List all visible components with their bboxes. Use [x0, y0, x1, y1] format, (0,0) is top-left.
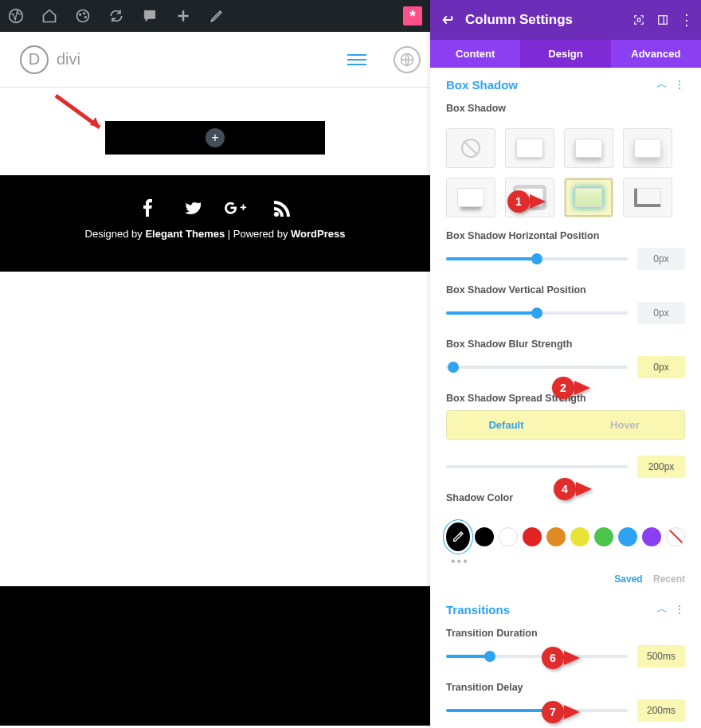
vert-value[interactable]: 0px	[637, 302, 685, 324]
more-icon[interactable]: ⋮	[680, 14, 693, 26]
site-logo[interactable]: D divi	[20, 45, 80, 74]
swatch[interactable]	[546, 527, 566, 546]
preset-3[interactable]	[564, 128, 613, 168]
site-footer: Designed by Elegant Themes | Powered by …	[0, 175, 430, 272]
svg-point-4	[84, 16, 87, 18]
builder-canvas[interactable]: + Designed by Elegant Themes | Powered b…	[0, 88, 430, 728]
preset-2[interactable]	[505, 128, 554, 168]
section-title: Transitions	[446, 603, 510, 616]
recent-tab[interactable]: Recent	[653, 573, 685, 585]
updates-icon[interactable]	[108, 8, 124, 24]
wordpress-icon[interactable]	[8, 8, 24, 24]
panel-header: Column Settings ⋮	[430, 0, 701, 40]
toggle-hover[interactable]: Hover	[566, 411, 684, 439]
saved-tab[interactable]: Saved	[614, 573, 642, 585]
duration-slider[interactable]	[446, 655, 628, 658]
section-title: Box Shadow	[446, 78, 518, 92]
preset-label: Box Shadow	[446, 103, 685, 114]
preset-6[interactable]	[505, 178, 554, 217]
horiz-slider[interactable]	[446, 257, 628, 260]
column-block[interactable]: +	[105, 121, 325, 155]
add-new-icon[interactable]	[175, 8, 191, 24]
vert-slider[interactable]	[446, 311, 628, 315]
blur-label: Box Shadow Blur Strength	[446, 339, 685, 350]
section-transitions[interactable]: Transitions ︿⋮	[430, 593, 701, 621]
spread-label: Box Shadow Spread Strength	[446, 393, 685, 404]
svg-rect-8	[659, 16, 668, 25]
logo-text: divi	[57, 50, 80, 68]
chevron-up-icon[interactable]: ︿	[656, 77, 668, 92]
wp-admin-bar: *	[0, 0, 430, 32]
delay-slider[interactable]	[446, 709, 628, 712]
menu-icon[interactable]	[347, 50, 366, 69]
duration-value[interactable]: 500ms	[637, 645, 685, 667]
swatch[interactable]	[642, 527, 661, 546]
swatch[interactable]	[618, 527, 637, 546]
svg-point-1	[77, 10, 89, 22]
vert-label: Box Shadow Vertical Position	[446, 284, 685, 296]
facebook-icon[interactable]	[139, 199, 158, 218]
color-label: Shadow Color	[446, 492, 685, 503]
panel-tabs: Content Design Advanced	[430, 40, 701, 68]
expand-icon[interactable]	[656, 14, 669, 26]
shadow-presets	[430, 128, 701, 224]
preset-7-selected[interactable]	[564, 178, 613, 217]
duration-label: Transition Duration	[446, 628, 685, 639]
tab-content[interactable]: Content	[430, 40, 520, 68]
toggle-default[interactable]: Default	[447, 411, 566, 439]
footer-credit: Designed by Elegant Themes | Powered by …	[0, 228, 430, 240]
svg-point-3	[83, 12, 85, 14]
customize-icon[interactable]	[75, 8, 91, 24]
panel-body: Box Shadow ︿⋮ Box Shadow Box Shadow Hori…	[430, 68, 701, 728]
site-header: D divi	[0, 32, 430, 88]
add-module-button[interactable]: +	[206, 128, 225, 147]
spread-slider[interactable]	[446, 465, 628, 468]
preview-dark-area	[0, 586, 430, 726]
panel-title: Column Settings	[465, 12, 573, 28]
back-icon[interactable]	[441, 14, 454, 26]
color-picker-button[interactable]	[446, 523, 470, 551]
preset-5[interactable]	[446, 178, 495, 217]
preset-8[interactable]	[623, 178, 672, 217]
section-more-icon[interactable]: ⋮	[674, 603, 685, 616]
color-swatches	[430, 518, 701, 553]
svg-point-6	[274, 212, 279, 217]
logo-mark: D	[20, 45, 49, 74]
delay-value[interactable]: 200ms	[637, 699, 685, 722]
swatch[interactable]	[499, 527, 518, 546]
tab-design[interactable]: Design	[520, 40, 610, 68]
section-more-icon[interactable]: ⋮	[674, 78, 685, 91]
divi-pink-button[interactable]: *	[403, 6, 422, 25]
tab-advanced[interactable]: Advanced	[611, 40, 701, 68]
twitter-icon[interactable]	[182, 199, 201, 218]
horiz-value[interactable]: 0px	[637, 248, 685, 270]
spread-state-toggle: Default Hover	[446, 410, 685, 440]
swatch[interactable]	[475, 527, 494, 546]
blur-value[interactable]: 0px	[637, 356, 685, 378]
globe-icon[interactable]	[394, 46, 421, 73]
section-box-shadow[interactable]: Box Shadow ︿⋮	[430, 68, 701, 96]
chevron-up-icon[interactable]: ︿	[656, 602, 668, 616]
swatch-tabs: Saved Recent	[430, 570, 701, 593]
preset-4[interactable]	[623, 128, 672, 168]
swatch[interactable]	[570, 527, 589, 546]
preset-none[interactable]	[446, 128, 495, 168]
swatch-none[interactable]	[666, 527, 685, 546]
rss-icon[interactable]	[272, 199, 292, 218]
googleplus-icon[interactable]	[225, 199, 249, 218]
home-icon[interactable]	[41, 8, 57, 24]
comments-icon[interactable]	[142, 8, 158, 24]
svg-rect-7	[637, 18, 640, 22]
swatch[interactable]	[594, 527, 613, 546]
settings-panel: Column Settings ⋮ Content Design Advance…	[430, 0, 701, 728]
delay-label: Transition Delay	[446, 682, 685, 693]
blur-slider[interactable]	[446, 366, 628, 369]
horiz-label: Box Shadow Horizontal Position	[446, 230, 685, 241]
more-swatches-icon[interactable]: •••	[430, 553, 701, 570]
preview-pane: * D divi + Designed by Elegant Themes | …	[0, 0, 430, 728]
swatch[interactable]	[523, 527, 542, 546]
focus-icon[interactable]	[632, 14, 645, 26]
edit-icon[interactable]	[209, 8, 225, 24]
spread-value[interactable]: 200px	[637, 456, 685, 478]
social-icons	[0, 199, 430, 218]
